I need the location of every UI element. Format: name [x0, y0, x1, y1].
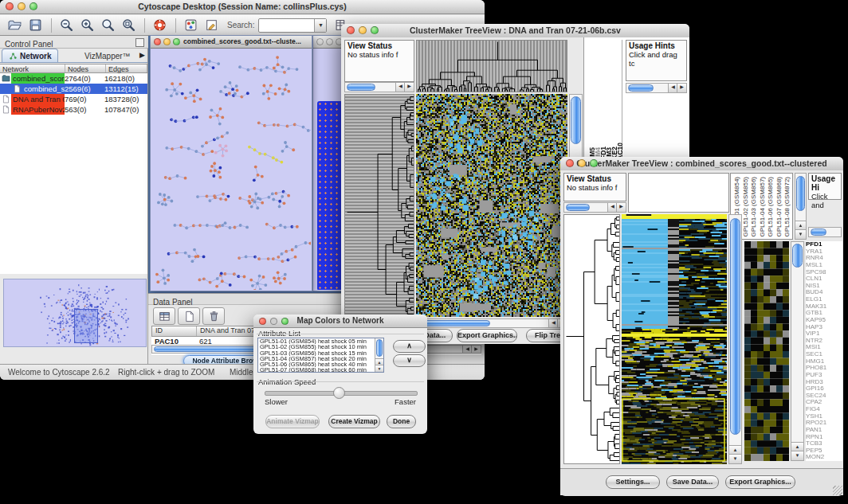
gene-row[interactable]: GTB1	[806, 310, 842, 317]
scrollbar-thumb[interactable]	[730, 218, 740, 435]
new-attribute-button[interactable]	[178, 307, 200, 325]
close-icon[interactable]	[566, 159, 574, 167]
column-label[interactable]: GPL51-06 (GSM865)	[767, 177, 774, 237]
minimize-icon[interactable]	[163, 38, 171, 45]
gene-row[interactable]: SEC24	[806, 393, 842, 400]
close-icon[interactable]	[259, 318, 266, 325]
zoom-fit-icon[interactable]	[120, 18, 136, 33]
gene-row[interactable]: YRA1	[806, 248, 842, 256]
gene-row[interactable]: ELG1	[806, 296, 842, 303]
scrollbar-thumb[interactable]	[571, 96, 581, 144]
close-icon[interactable]	[154, 38, 161, 45]
zoom-window-icon[interactable]	[371, 26, 379, 34]
gene-row[interactable]: CLN1	[806, 275, 842, 283]
scrollbar-thumb[interactable]	[347, 84, 375, 91]
save-data-button[interactable]: Save Data...	[666, 475, 719, 489]
float-panel-icon[interactable]	[135, 38, 144, 47]
zoom-vscrollbar[interactable]: ▲ ▼	[791, 241, 804, 461]
gene-row[interactable]: VIP1	[806, 330, 842, 338]
network-graph-canvas[interactable]	[151, 49, 311, 290]
done-button[interactable]: Done	[387, 415, 416, 428]
row-dendrogram[interactable]	[344, 94, 414, 317]
gene-row[interactable]: SEC1	[806, 351, 842, 358]
move-down-button[interactable]: ∨	[393, 354, 426, 367]
gene-row[interactable]: NTR2	[806, 338, 842, 345]
scroll-down-icon[interactable]: ▼	[729, 454, 741, 463]
column-dendrogram-area[interactable]	[628, 173, 729, 213]
usage-hints-scrollbar[interactable]: ◀ ▶	[626, 83, 687, 93]
column-label[interactable]: GPL51-08 (GSM872)	[783, 177, 791, 237]
minimize-icon[interactable]	[270, 318, 277, 325]
create-vizmap-button[interactable]: Create Vizmap	[328, 415, 380, 428]
tab-overflow-arrow-icon[interactable]: ▶	[139, 51, 145, 59]
column-label[interactable]: GPL51-07 (GSM868)	[775, 177, 783, 237]
minimize-icon[interactable]	[578, 159, 586, 167]
gene-row[interactable]: MSI1	[806, 344, 842, 351]
gene-row[interactable]: TCB3	[806, 440, 842, 447]
column-labels-vscrollbar[interactable]: ▲ ▼	[795, 173, 807, 240]
column-label[interactable]: GPL51-03 (GSM856)	[750, 177, 757, 237]
gene-row[interactable]: PHO81	[806, 365, 842, 372]
row-dendrogram[interactable]	[563, 214, 620, 464]
network-view-window-1[interactable]: combined_scores_good.txt--cluste...	[150, 35, 312, 291]
usage-hints-scrollbar[interactable]	[808, 227, 842, 237]
delete-attribute-button[interactable]	[202, 307, 225, 325]
gene-row[interactable]: RNR4	[806, 255, 842, 262]
attribute-list-item[interactable]: GPL51-07 (GSM868) heat shock 60 min	[258, 367, 375, 373]
gene-row[interactable]: RPN1	[806, 434, 842, 441]
network-tree-row[interactable]: combined_scores2764(0)16218(0)	[0, 73, 147, 84]
column-dendrogram[interactable]	[416, 40, 567, 92]
scrollbar-thumb[interactable]	[792, 244, 803, 268]
dialog-title-bar[interactable]: Map Colors to Network	[253, 315, 427, 328]
close-icon[interactable]	[316, 38, 324, 45]
network-window1-title-bar[interactable]: combined_scores_good.txt--cluste...	[151, 36, 312, 49]
attribute-list-item[interactable]: GPL51-06 (GSM865) heat shock 40 min	[258, 361, 375, 367]
gene-row[interactable]: HMG1	[806, 358, 842, 365]
export-graphics-button[interactable]: Export Graphics...	[457, 329, 517, 342]
network-tree-row[interactable]: RNAPuberNov2+563(0)107847(0)	[0, 104, 147, 115]
scroll-right-icon[interactable]: ▶	[677, 84, 686, 92]
scroll-down-icon[interactable]: ▼	[791, 451, 803, 460]
chevron-down-icon[interactable]: ▼	[314, 19, 326, 32]
global-heatmap-strip[interactable]	[622, 214, 727, 464]
zoom-in-icon[interactable]	[79, 18, 95, 33]
gene-row[interactable]: HRD3	[806, 379, 842, 386]
attribute-list-item[interactable]: GPL51-04 (GSM857) heat shock 20 min	[258, 356, 375, 361]
gene-row[interactable]: PAN1	[806, 427, 842, 434]
zoom-window-icon[interactable]	[173, 38, 180, 45]
minimize-icon[interactable]	[326, 38, 333, 45]
resize-grip[interactable]	[833, 486, 842, 495]
scroll-down-icon[interactable]: ▼	[375, 365, 383, 372]
zoom-window-icon[interactable]	[590, 159, 598, 167]
zoom-actual-icon[interactable]	[100, 18, 116, 33]
gene-row[interactable]: PFD1	[806, 241, 842, 248]
clustered-heatmap[interactable]	[416, 94, 567, 317]
gene-row[interactable]: MON2	[806, 454, 842, 461]
zoom-out-icon[interactable]	[58, 18, 74, 33]
zoom-heatmap[interactable]	[744, 241, 789, 461]
help-ring-icon[interactable]	[151, 18, 167, 33]
gene-row[interactable]: CPA2	[806, 399, 842, 406]
annotation-pencil-icon[interactable]	[203, 18, 219, 33]
gene-row[interactable]: PUF3	[806, 372, 842, 379]
network-tree-row[interactable]: combined_sco2569(6)13112(15)	[0, 84, 147, 94]
scroll-right-icon[interactable]: ▶	[404, 83, 414, 92]
gene-row[interactable]: HAP3	[806, 324, 842, 331]
gene-row[interactable]: BUD4	[806, 289, 842, 296]
col-edges[interactable]: Edges	[106, 64, 147, 72]
gene-row[interactable]: RPO21	[806, 420, 842, 427]
close-icon[interactable]	[347, 26, 355, 34]
scroll-right-icon[interactable]: ▶	[471, 346, 481, 353]
gene-row[interactable]: SPC98	[806, 269, 842, 276]
scroll-right-icon[interactable]: ▶	[616, 203, 626, 212]
strip-vscrollbar[interactable]: ▲ ▼	[728, 214, 742, 464]
col-nodes[interactable]: Nodes	[65, 64, 106, 72]
col-network[interactable]: Network	[0, 64, 65, 72]
slider-thumb[interactable]	[333, 387, 345, 399]
settings-button[interactable]: Settings...	[606, 475, 660, 489]
gene-row[interactable]: NIS1	[806, 283, 842, 290]
view-status-scrollbar[interactable]: ◀ ▶	[344, 82, 414, 92]
attribute-list[interactable]: ▲ ▼ GPL51-01 (GSM854) heat shock 05 minG…	[257, 338, 384, 373]
scrollbar-thumb[interactable]	[628, 84, 654, 92]
treeview2-title-bar[interactable]: ClusterMaker TreeView : combined_scores_…	[560, 157, 843, 171]
